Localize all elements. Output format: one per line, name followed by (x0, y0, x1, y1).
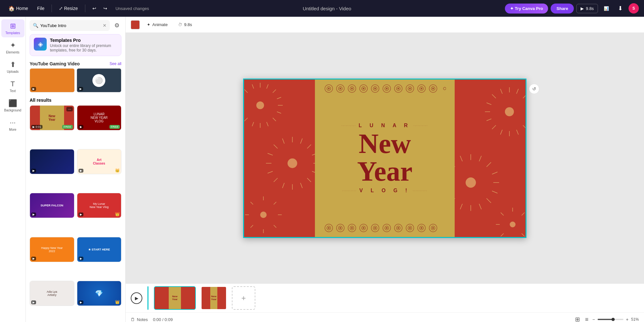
result-play-1: ▶ 0:01 (31, 125, 43, 129)
notes-button[interactable]: 🗒 Notes (131, 317, 148, 322)
svg-point-79 (328, 227, 329, 229)
zoom-slider[interactable] (598, 319, 623, 320)
redo-button[interactable]: ↪ (100, 4, 110, 13)
design-canvas[interactable]: ·········· L U N A R ·········· New Year… (243, 79, 526, 238)
svg-point-82 (340, 227, 341, 229)
add-slide-button[interactable]: + (232, 286, 255, 310)
scrubber-line (147, 286, 148, 310)
result-item-6[interactable]: My LunarNew Year Vlog ▶ 👑 (77, 193, 122, 218)
play-icon: ▶ (135, 296, 138, 301)
result-item-5[interactable]: SUPER FALCON ▶ (30, 193, 74, 218)
search-bar: 🔍 ✕ ⚙ (26, 17, 125, 34)
stats-button[interactable]: 📊 (601, 4, 612, 13)
svg-line-5 (244, 90, 248, 93)
svg-point-75 (432, 88, 434, 89)
svg-line-6 (273, 90, 276, 93)
canvas-viewport: ·········· L U N A R ·········· New Year… (126, 33, 644, 283)
svg-line-42 (274, 202, 276, 204)
svg-point-54 (351, 88, 353, 89)
svg-line-43 (251, 225, 253, 228)
result-item-2[interactable]: LUNARNEW YEARVLOG ▶ FREE (77, 105, 122, 130)
filter-button[interactable]: ⚙ (112, 20, 121, 31)
result-item-4[interactable]: ArtClasses ▶ 👑 (77, 149, 122, 174)
play-button[interactable]: ▶ (131, 292, 142, 304)
color-swatch[interactable] (131, 20, 140, 29)
template-thumb-2[interactable]: ⚪ ▶ (77, 68, 122, 92)
template-thumb-1[interactable]: ▶ (30, 68, 75, 92)
svg-line-41 (251, 202, 253, 204)
result-play-5: ▶ (31, 213, 36, 216)
download-button[interactable]: ⬇ (615, 3, 626, 14)
see-all-button[interactable]: See all (109, 62, 121, 66)
svg-point-100 (409, 227, 411, 229)
svg-point-85 (351, 227, 353, 229)
background-icon: ⬛ (8, 99, 17, 108)
result-item-8[interactable]: ★ START HERE ▶ (77, 237, 122, 262)
zoom-out-button[interactable]: − (592, 317, 595, 322)
result-item-1[interactable]: NewYear ··· ▶ 0:01 FREE (30, 105, 74, 130)
svg-point-103 (421, 227, 422, 229)
svg-line-118 (487, 103, 491, 105)
sidebar-item-uploads[interactable]: ⬆ Uploads (1, 58, 24, 76)
svg-line-122 (500, 130, 502, 135)
result-play-2: ▶ (79, 125, 83, 129)
zoom-in-button[interactable]: + (626, 317, 629, 322)
slide-mid: NewYear (169, 287, 181, 309)
slide-thumb-2[interactable]: NewYear (201, 286, 227, 310)
timeline-area: ▶ NewYear (126, 283, 644, 322)
search-input[interactable] (40, 21, 101, 31)
resize-button[interactable]: ⤢ Resize (56, 4, 81, 13)
try-canva-button[interactable]: ✦ Try Canva Pro (505, 4, 548, 14)
svg-line-148 (501, 213, 504, 215)
svg-line-23 (274, 145, 278, 148)
result-item-3[interactable]: ▶ (30, 149, 74, 174)
slide-left (155, 287, 169, 309)
animate-button[interactable]: ✦ Animate (144, 20, 171, 29)
clear-icon[interactable]: ✕ (103, 23, 107, 28)
more-options-1[interactable]: ··· (66, 107, 72, 111)
svg-line-34 (300, 183, 302, 188)
svg-point-91 (374, 227, 376, 229)
result-crown-10: 👑 (115, 300, 120, 304)
sidebar-item-background[interactable]: ⬛ Background (1, 97, 24, 115)
svg-line-139 (492, 191, 497, 193)
undo-button[interactable]: ↩ (89, 4, 99, 13)
present-timer-button[interactable]: ▶ 9.8s (576, 4, 598, 13)
share-button[interactable]: Share (551, 4, 574, 14)
svg-line-117 (516, 89, 518, 94)
svg-line-9 (252, 84, 254, 89)
play-icon: ▶ (581, 6, 584, 11)
result-item-7[interactable]: Happy New Year2022 ▶ (30, 237, 74, 262)
result-item-10[interactable]: 💎 ▶ 👑 (77, 281, 122, 306)
svg-line-123 (516, 130, 518, 135)
home-button[interactable]: 🏠 Home (5, 4, 31, 14)
result-item-9[interactable]: Ada LyaArtistry ▶ (30, 281, 74, 306)
svg-line-14 (277, 112, 281, 113)
bottom-right: ⊞ ≡ − + 51% (574, 315, 639, 322)
svg-line-140 (460, 204, 462, 209)
result-free-1: FREE (62, 125, 72, 129)
canvas-sync-button[interactable]: ↺ (529, 84, 539, 94)
svg-point-94 (386, 227, 387, 229)
svg-point-35 (288, 158, 297, 168)
sidebar-item-templates[interactable]: ⊞ Templates (1, 19, 24, 37)
unsaved-label: Unsaved changes (116, 6, 149, 11)
slide-thumb-text: NewYear (172, 295, 178, 301)
grid-view-button[interactable]: ⊞ (574, 315, 581, 322)
result-play-6: ▶ (79, 213, 83, 216)
elements-icon: ✦ (10, 41, 16, 50)
svg-line-115 (523, 125, 526, 129)
time-button[interactable]: ⏱ 9.8s (175, 20, 195, 29)
sidebar-item-text[interactable]: T Text (1, 77, 24, 95)
list-view-button[interactable]: ≡ (584, 315, 590, 322)
topbar: 🏠 Home File ⤢ Resize ↩ ↪ Unsaved changes… (0, 0, 644, 17)
file-button[interactable]: File (34, 4, 48, 13)
slide-thumb-1[interactable]: NewYear (154, 286, 196, 310)
avatar[interactable]: S (629, 3, 639, 14)
sidebar-item-elements[interactable]: ✦ Elements (1, 39, 24, 57)
svg-line-12 (277, 97, 281, 99)
lunar-row: ·········· L U N A R ·········· (342, 123, 428, 128)
ornament-bottom-svg (324, 223, 446, 233)
sidebar-item-more[interactable]: ··· More (1, 116, 24, 134)
svg-line-132 (455, 198, 455, 203)
